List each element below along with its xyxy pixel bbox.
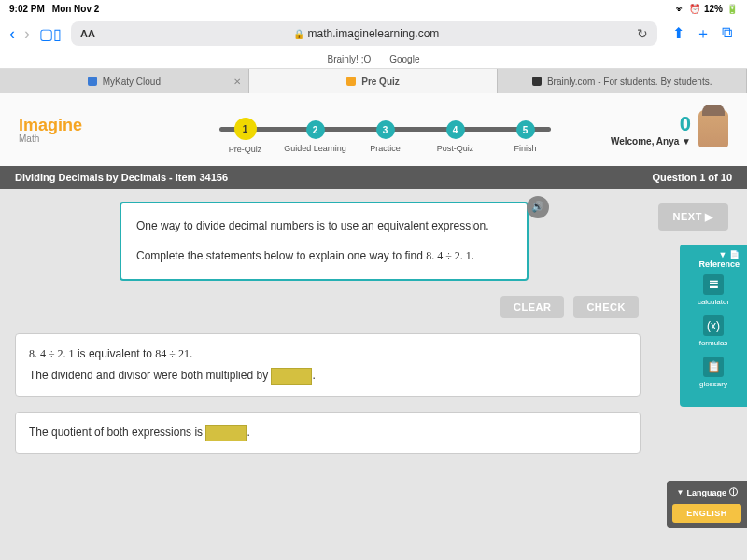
logo: Imagine Math xyxy=(19,117,82,144)
tabs-icon[interactable]: ⧉ xyxy=(722,24,732,44)
instruction-box: 🔊 One way to divide decimal numbers is t… xyxy=(120,202,529,281)
bookmark-link[interactable]: Google xyxy=(389,54,419,64)
formulas-tool[interactable]: (x)formulas xyxy=(684,315,743,347)
tabs-bar: MyKaty Cloud ✕ Pre Quiz Brainly.com - Fo… xyxy=(0,69,747,93)
calculator-icon: 𝌆 xyxy=(703,274,724,295)
new-tab-icon[interactable]: ＋ xyxy=(696,24,711,44)
reload-button[interactable]: ↻ xyxy=(637,26,648,41)
formulas-icon: (x) xyxy=(703,315,724,336)
question-counter: Question 1 of 10 xyxy=(652,172,732,183)
bookmark-link[interactable]: Brainly! ;O xyxy=(328,54,372,64)
reference-panel: ▼ 📄Reference 𝌆calculator (x)formulas 📋gl… xyxy=(680,245,747,407)
status-date: Mon Nov 2 xyxy=(52,4,100,14)
glossary-icon: 📋 xyxy=(703,357,724,377)
audio-icon[interactable]: 🔊 xyxy=(527,196,549,218)
step-finish[interactable]: 5Finish xyxy=(490,120,560,154)
check-button[interactable]: CHECK xyxy=(573,296,639,318)
language-button[interactable]: ENGLISH xyxy=(672,504,741,523)
tab-prequiz[interactable]: Pre Quiz xyxy=(249,69,499,93)
action-row: CLEAR CHECK xyxy=(15,296,639,318)
step-guided[interactable]: 2Guided Learning xyxy=(280,120,350,154)
status-time: 9:02 PM xyxy=(9,4,45,14)
clear-button[interactable]: CLEAR xyxy=(500,296,564,318)
text-size-button[interactable]: AA xyxy=(80,28,95,39)
share-icon[interactable]: ⬆︎ xyxy=(672,24,684,44)
answer-box-1: 8. 4 ÷ 2. 1 is equivalent to 84 ÷ 21. Th… xyxy=(15,333,641,397)
battery-pct: 12% xyxy=(704,4,723,14)
step-postquiz[interactable]: 4Post-Quiz xyxy=(420,120,490,154)
battery-icon: 🔋 xyxy=(726,4,738,14)
tab-brainly[interactable]: Brainly.com - For students. By students. xyxy=(498,69,747,93)
back-button[interactable]: ‹ xyxy=(9,24,15,44)
lock-icon: 🔒 xyxy=(293,29,304,39)
progress-stepper: 1Pre-Quiz 2Guided Learning 3Practice 4Po… xyxy=(210,119,560,155)
avatar[interactable] xyxy=(698,110,728,147)
address-bar[interactable]: AA 🔒 math.imaginelearning.com ↻ xyxy=(71,21,657,46)
points-value: 0 xyxy=(611,112,691,136)
instruction-line1: One way to divide decimal numbers is to … xyxy=(136,217,512,237)
favicon xyxy=(88,77,97,86)
url-text: 🔒 math.imaginelearning.com xyxy=(101,27,631,40)
status-bar: 9:02 PM Mon Nov 2 ᯤ ⏰ 12% 🔋 xyxy=(0,0,747,17)
question-bar: Dividing Decimals by Decimals - Item 341… xyxy=(0,166,747,189)
calculator-tool[interactable]: 𝌆calculator xyxy=(684,274,743,306)
info-icon: ⓘ xyxy=(729,486,738,498)
glossary-tool[interactable]: 📋glossary xyxy=(684,357,743,388)
content-area: NEXT ▶ 🔊 One way to divide decimal numbe… xyxy=(0,189,747,560)
favicon xyxy=(532,77,542,86)
answer-blank-1[interactable] xyxy=(271,368,312,385)
browser-toolbar: ‹ › ▢▯ AA 🔒 math.imaginelearning.com ↻ ⬆… xyxy=(0,17,747,50)
answer-box-2: The quotient of both expressions is . xyxy=(15,412,641,454)
step-practice[interactable]: 3Practice xyxy=(350,120,420,154)
alarm-icon: ⏰ xyxy=(689,4,700,14)
item-title: Dividing Decimals by Decimals - Item 341… xyxy=(15,172,228,183)
bookmarks-bar: Brainly! ;O Google xyxy=(0,50,747,69)
step-prequiz[interactable]: 1Pre-Quiz xyxy=(210,119,280,155)
language-panel: ▼Languageⓘ ENGLISH xyxy=(667,481,747,528)
favicon xyxy=(346,77,356,86)
app-header: Imagine Math 1Pre-Quiz 2Guided Learning … xyxy=(0,93,747,166)
answer-blank-2[interactable] xyxy=(205,425,247,441)
statement-1: 8. 4 ÷ 2. 1 is equivalent to 84 ÷ 21. xyxy=(29,343,627,365)
wifi-icon: ᯤ xyxy=(676,4,685,14)
tab-mykaty[interactable]: MyKaty Cloud ✕ xyxy=(0,69,249,93)
statement-2: The dividend and divisor were both multi… xyxy=(29,365,627,386)
close-icon[interactable]: ✕ xyxy=(233,77,241,87)
welcome-text[interactable]: Welcome, Anya ▼ xyxy=(611,136,691,147)
bookmarks-icon[interactable]: ▢▯ xyxy=(39,25,62,43)
next-button[interactable]: NEXT ▶ xyxy=(658,203,728,231)
language-header[interactable]: ▼Languageⓘ xyxy=(672,486,741,498)
user-area: 0 Welcome, Anya ▼ xyxy=(611,110,728,147)
instruction-line2: Complete the statements below to explain… xyxy=(136,246,512,267)
forward-button[interactable]: › xyxy=(24,24,30,44)
reference-header[interactable]: ▼ 📄Reference xyxy=(684,250,743,269)
